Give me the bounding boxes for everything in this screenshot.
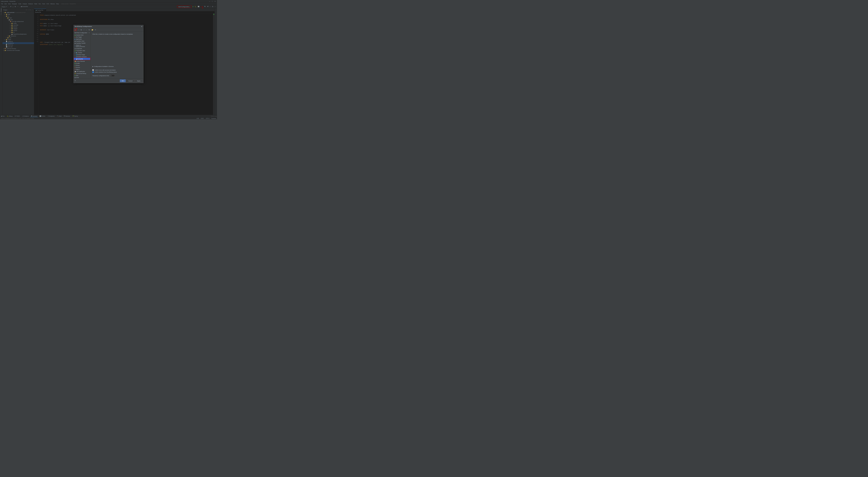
android-icon: ▣ <box>74 34 76 36</box>
folder-btn[interactable]: 📁 <box>91 29 94 31</box>
gulp-label: Gulp.js <box>76 69 80 70</box>
services-label: Configurations Available in Services <box>94 66 114 67</box>
cucumber-label: Cucumber Java <box>76 50 85 51</box>
config-item-junit[interactable]: ◉ JUnit <box>74 76 91 78</box>
nodejs-label: Attach to Node.js/Chrome <box>76 44 90 47</box>
config-item-arq-junit[interactable]: ◉ Arquillian JUnit <box>74 40 91 42</box>
edit-defaults-btn[interactable]: ✏ <box>94 29 97 31</box>
docker-compose-label: Docker-compose <box>77 56 87 57</box>
dialog-toolbar: + 2 – ⧉ ↑ ↓ ⇅ 📁 ✏ <box>74 28 144 32</box>
move-up-btn[interactable]: ↑ <box>83 29 85 31</box>
ant-label: Ant Target <box>76 36 82 38</box>
dockerfile-list-label: Dockerfile <box>78 58 83 60</box>
temp-limit-row: Temporary configurations limit: <box>92 74 142 76</box>
jest-label: Jest <box>76 75 78 76</box>
apply-button[interactable]: Apply <box>135 80 142 82</box>
dialog-footer: ? OK Cancel Apply <box>74 78 144 83</box>
temp-limit-input[interactable] <box>110 74 115 76</box>
dialog-title: Run/Debug Configurations <box>75 26 92 27</box>
config-services-section: ▶ Configurations Available in Services <box>92 66 142 67</box>
config-right-panel: Click the + button to create a new confi… <box>91 32 144 78</box>
docker-group-icon: 🐳 <box>76 52 77 53</box>
app-icon: ▶ <box>74 38 75 40</box>
config-item-jest[interactable]: ◉ Jest <box>74 74 91 76</box>
arq-junit-icon: ◉ <box>74 40 76 42</box>
config-item-cucumber[interactable]: 🥒 Cucumber Java <box>74 50 91 52</box>
compound-label: Compound <box>76 48 82 49</box>
docker-label: Docker <box>78 52 82 53</box>
cucumber-icon: 🥒 <box>74 50 76 51</box>
config-item-firefox[interactable]: 🦊 Firefox Remote <box>74 60 91 62</box>
grunt-label: Grunt.js <box>76 67 80 68</box>
remove-config-btn[interactable]: – <box>78 29 80 31</box>
config-item-gulp[interactable]: ● Gulp.js <box>74 68 91 70</box>
gradle-icon: ▣ <box>74 63 76 64</box>
jar-label: JAR Application <box>76 71 85 72</box>
config-checkboxes: Confirm rerun with process termination C… <box>92 69 142 73</box>
checkbox-rerun-row: Confirm rerun with process termination <box>92 69 142 71</box>
config-item-gradle[interactable]: ▣ Gradle <box>74 62 91 64</box>
junit-label: JUnit <box>76 77 79 78</box>
config-item-application[interactable]: ▶ Application <box>74 38 91 40</box>
dialog-close-btn[interactable]: ✕ <box>141 26 143 27</box>
modal-overlay: Run/Debug Configurations ✕ + 2 – ⧉ ↑ ↓ ⇅… <box>0 0 217 119</box>
checkbox-deletion-row: Confirm deletion from Run/Debug popup <box>92 71 142 73</box>
config-item-nodejs[interactable]: ⬡ Attach to Node.js/Chrome <box>74 44 91 47</box>
config-item-jsdebug[interactable]: JS JavaScript Debug <box>74 72 91 74</box>
config-item-ant[interactable]: ▲ Ant Target <box>74 36 91 38</box>
checkbox-deletion[interactable] <box>92 71 94 73</box>
docker-image-label: Docker Image <box>77 54 85 55</box>
sort-btn[interactable]: ⇅ <box>88 29 90 31</box>
services-arrow: ▶ <box>92 66 93 67</box>
dialog-footer-right: OK Cancel Apply <box>120 80 142 82</box>
jsdebug-icon: JS <box>74 73 76 74</box>
checkbox-rerun[interactable] <box>92 69 94 71</box>
config-item-groovy[interactable]: ● Groovy <box>74 64 91 66</box>
config-item-arq-testng[interactable]: ◉ Arquillian TestNG <box>74 42 91 44</box>
run-debug-dialog: Run/Debug Configurations ✕ + 2 – ⧉ ↑ ↓ ⇅… <box>73 25 144 83</box>
gulp-icon: ● <box>74 69 75 70</box>
copy-config-btn[interactable]: ⧉ <box>80 29 83 31</box>
config-item-grunt[interactable]: ● Grunt.js <box>74 66 91 68</box>
jest-icon: ◉ <box>74 75 76 76</box>
config-list-sort-btn[interactable]: ≡ <box>89 32 90 33</box>
config-item-dockerfile[interactable]: ◼ Dockerfile <box>74 58 91 60</box>
config-item-jar[interactable]: ☕ JAR Application <box>74 70 91 72</box>
config-list-header: Add New Configuration ≡ <box>74 32 91 34</box>
config-list-panel: Add New Configuration ≡ ▣ Android JUnit … <box>74 32 91 78</box>
config-item-docker-compose[interactable]: ◼ Docker-compose <box>74 56 91 58</box>
app-label: Application <box>76 38 82 40</box>
services-section-header[interactable]: ▶ Configurations Available in Services <box>92 66 142 67</box>
android-label: Android JUnit <box>76 34 84 36</box>
nodejs-icon: ⬡ <box>74 45 76 46</box>
jsdebug-label: JavaScript Debug <box>76 73 86 74</box>
arq-testng-label: Arquillian TestNG <box>76 42 86 44</box>
config-item-android[interactable]: ▣ Android JUnit <box>74 34 91 36</box>
config-item-docker[interactable]: ▼ 🐳 Docker <box>74 52 91 54</box>
gradle-label: Gradle <box>76 63 80 64</box>
checkbox-deletion-label: Confirm deletion from Run/Debug popup <box>94 71 117 73</box>
config-item-compound[interactable]: ⊕ Compound <box>74 47 91 50</box>
ok-button[interactable]: OK <box>120 80 126 82</box>
dialog-title-bar: Run/Debug Configurations ✕ <box>74 25 144 28</box>
config-item-docker-image[interactable]: ◼ Docker Image <box>74 54 91 56</box>
help-button[interactable]: ? <box>75 80 76 82</box>
move-down-btn[interactable]: ↓ <box>86 29 88 31</box>
temp-limit-label: Temporary configurations limit: <box>92 75 110 76</box>
groovy-label: Groovy <box>76 65 80 66</box>
grunt-icon: ● <box>74 67 75 68</box>
groovy-icon: ● <box>74 65 75 66</box>
compound-icon: ⊕ <box>74 48 75 49</box>
dockerfile-list-icon: ◼ <box>76 58 77 60</box>
hint-text2: button to create a new configuration bas… <box>99 33 133 35</box>
annotation-2: 2 <box>76 28 77 30</box>
add-new-config-label: Add New Configuration <box>74 32 88 33</box>
firefox-label: Firefox Remote <box>76 61 85 62</box>
arq-junit-label: Arquillian JUnit <box>76 40 84 42</box>
dialog-footer-left: ? <box>75 80 76 82</box>
firefox-icon: 🦊 <box>74 61 76 62</box>
config-right-spacer <box>92 36 142 64</box>
junit-icon: ◉ <box>74 77 76 78</box>
checkbox-rerun-label: Confirm rerun with process termination <box>94 69 116 71</box>
cancel-button[interactable]: Cancel <box>126 80 134 82</box>
